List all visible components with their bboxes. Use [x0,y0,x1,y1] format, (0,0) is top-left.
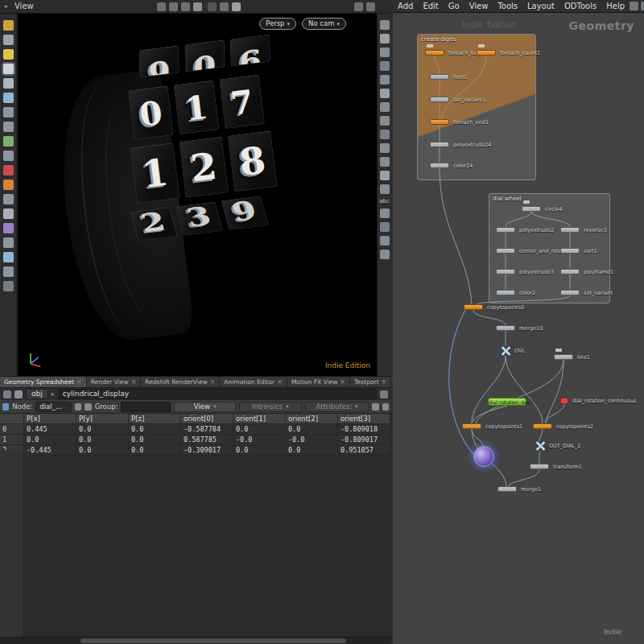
node-pin-icon[interactable] [2,403,9,411]
pointer-tool-icon[interactable] [3,64,14,74]
node-dial-rotation-continuous[interactable]: dial_rotation_continuous [560,398,568,404]
menu-view[interactable]: View [464,0,493,12]
grid-toggle-icon[interactable] [380,130,390,139]
column-header[interactable]: P[x] [24,414,76,424]
close-icon[interactable]: × [382,378,387,386]
panel-menu-icon[interactable] [382,403,389,411]
camera-view-icon[interactable] [380,20,390,30]
column-header[interactable]: P[y] [76,414,129,424]
node-set-variant1[interactable]: set_variant1 [430,97,449,102]
layout-icon[interactable] [3,35,14,45]
folder-icon[interactable] [3,20,14,31]
table-row[interactable]: 2 -0.445 0.0 0.0 -0.309017 0.0 0.0 0.951… [0,445,391,456]
camera-lock-icon[interactable] [220,2,229,11]
node-polyframe1[interactable]: polyframe1 [560,269,580,275]
script-icon[interactable] [3,266,14,277]
render-flag-icon[interactable] [3,194,14,204]
attributes-dropdown[interactable]: Attributes:▾ [305,402,369,412]
snap-edge-icon[interactable] [181,2,190,11]
magnet-icon[interactable] [3,165,14,175]
close-icon[interactable]: × [76,378,82,386]
key-icon[interactable] [3,180,14,190]
tab-textport[interactable]: Textport× [350,377,391,387]
menu-layout[interactable]: Layout [522,0,559,12]
snapshot-icon[interactable] [380,143,390,153]
table-row[interactable]: 0 0.445 0.0 0.0 -0.587784 0.0 0.0 -0.809… [0,424,391,435]
table-row[interactable]: 1 0.0 0.0 0.0 0.587785 -0.0 -0.0 -0.8090… [0,435,391,445]
visualizer-icon[interactable] [380,222,390,232]
filter-icon[interactable] [85,403,91,411]
node-selector[interactable]: dial_... [35,402,72,412]
display-flag-node[interactable] [473,446,494,467]
lighting-icon[interactable] [380,89,390,98]
node-transform1[interactable]: transform1 [530,464,549,469]
construction-plane-icon[interactable] [193,2,202,11]
handles-icon[interactable] [380,236,390,246]
column-header[interactable]: orient[1] [233,414,286,424]
menu-go[interactable]: Go [444,0,464,12]
column-header[interactable]: orient[3] [338,414,390,424]
3d-viewport[interactable]: 9 0 6 0 1 7 1 2 8 2 [18,14,377,376]
close-icon[interactable]: × [210,378,216,386]
menu-odtools[interactable]: ODTools [559,0,601,12]
pose-tool-icon[interactable] [3,136,14,147]
snap-grid-icon[interactable] [157,2,166,11]
menu-tools[interactable]: Tools [493,0,522,12]
pane-maximize-icon[interactable] [354,2,363,11]
scrollbar-thumb[interactable] [80,638,346,643]
node-circle4[interactable]: circle4 [522,206,541,212]
node-polyextrude2[interactable]: polyextrude2 [496,227,515,233]
path-back-icon[interactable] [3,390,11,398]
menu-add[interactable]: Add [393,0,418,12]
horizontal-scrollbar[interactable] [0,637,391,644]
node-dial-rotation-deg1[interactable]: dial_rotation_deg1 [488,398,526,406]
menu-help[interactable]: Help [601,0,630,12]
tab-render-view[interactable]: Render View× [87,377,142,387]
node-polyextrude3[interactable]: polyextrude3 [496,269,515,275]
close-icon[interactable]: × [131,378,137,386]
node-center-and-rotate[interactable]: center_and_rotate [496,248,515,254]
node-merge1[interactable]: merge1 [497,486,517,492]
tab-motion-fx-view[interactable]: Motion FX View× [287,377,350,387]
node-copytopoints0[interactable]: copytopoints0 [464,304,483,310]
column-header[interactable]: orient[0] [181,414,233,424]
background-icon[interactable] [380,116,390,126]
grid-snap-icon[interactable] [641,2,644,10]
close-icon[interactable]: × [340,378,345,386]
node-color24[interactable]: color24 [430,163,449,168]
node-font1[interactable]: font1 [430,74,449,80]
camera-dropdown[interactable]: No cam▾ [302,18,346,30]
node-color2[interactable]: color2 [496,290,515,295]
breadcrumb-node[interactable]: cylindrical_display [58,389,377,399]
node-out-dial-2[interactable]: OUT_DIAL_2 [535,440,546,452]
group-display-icon[interactable] [380,208,390,218]
intrinsics-dropdown[interactable]: Intrinsics▾ [239,402,302,412]
help-icon[interactable] [3,281,14,291]
rotate-tool-icon[interactable] [3,107,14,118]
snap-point-icon[interactable] [169,2,178,11]
node-foreach-end1[interactable]: foreach_end1 [430,119,449,125]
pane-split-icon[interactable] [366,2,375,11]
display-normals-icon[interactable] [380,171,390,180]
node-set-variant[interactable]: set_variant [560,290,580,295]
pane-menu-icon[interactable]: ▸ [5,2,8,10]
palette-icon[interactable] [3,49,14,60]
node-reverse3[interactable]: reverse3 [560,227,580,233]
scale-tool-icon[interactable] [3,122,14,132]
group-input[interactable] [121,402,171,412]
lock-icon[interactable] [372,403,378,411]
network-overview-icon[interactable] [630,2,638,10]
column-header[interactable]: orient[2] [286,414,338,424]
breadcrumb-root[interactable]: obj [26,389,48,399]
tab-geometry-spreadsheet[interactable]: Geometry Spreadsheet× [0,377,87,387]
column-header[interactable]: P[z] [129,414,181,424]
node-foreach-count1[interactable]: foreach_count1 [477,50,496,56]
view-dropdown[interactable]: View▾ [174,402,235,412]
path-options-icon[interactable] [380,390,388,398]
node-foreach-begin1[interactable]: foreach_begin1 [425,50,444,56]
menu-edit[interactable]: Edit [418,0,443,12]
tab-animation-editor[interactable]: Animation Editor× [220,377,287,387]
wireframe-icon[interactable] [380,75,390,85]
camera-icon[interactable] [3,252,14,262]
home-view-icon[interactable] [380,34,390,43]
